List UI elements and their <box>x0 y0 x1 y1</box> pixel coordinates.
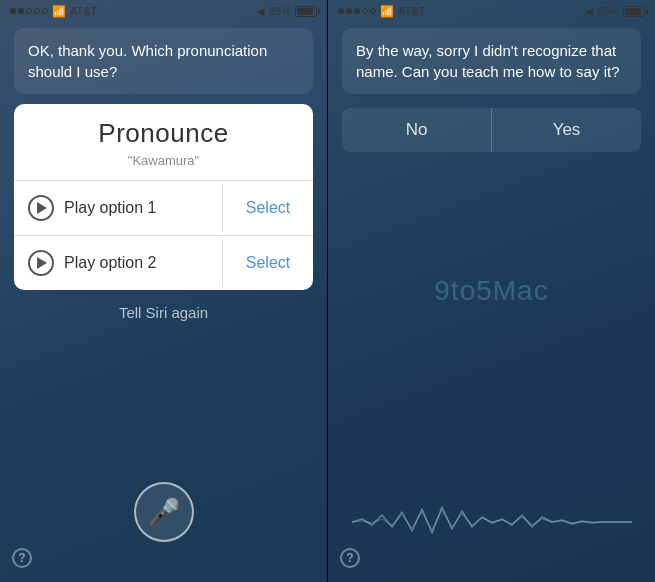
pronounce-option-1: Play option 1 Select <box>14 181 313 236</box>
no-yes-row: No Yes <box>342 108 641 152</box>
waveform-svg <box>352 497 632 547</box>
carrier-info-right: 📶 AT&T <box>338 5 425 18</box>
battery-pct-right: 90% <box>597 5 619 17</box>
play-circle-2 <box>28 250 54 276</box>
wifi-icon-left: 📶 <box>52 5 66 18</box>
help-icon-left[interactable]: ? <box>12 548 32 568</box>
no-button[interactable]: No <box>342 108 492 152</box>
signal-dot-r5 <box>370 8 376 14</box>
signal-dot-r2 <box>346 8 352 14</box>
carrier-info-left: 📶 AT&T <box>10 5 97 18</box>
speech-bubble-left: OK, thank you. Which pronunciation shoul… <box>14 28 313 94</box>
location-icon-left: ◀ <box>257 6 265 17</box>
signal-dot-2 <box>18 8 24 14</box>
select-option-2-button[interactable]: Select <box>223 240 313 286</box>
play-triangle-1 <box>37 202 47 214</box>
watermark-text: 9to5Mac <box>434 275 548 306</box>
help-label-left: ? <box>18 551 25 565</box>
battery-pct-left: 89% <box>269 5 291 17</box>
watermark: 9to5Mac <box>434 275 548 307</box>
tell-siri-again-button[interactable]: Tell Siri again <box>0 290 327 335</box>
status-bar-left: 📶 AT&T ◀ 89% <box>0 0 327 22</box>
help-label-right: ? <box>346 551 353 565</box>
pronounce-option-2: Play option 2 Select <box>14 236 313 290</box>
battery-fill-right <box>625 8 641 15</box>
battery-fill-left <box>297 8 313 15</box>
mic-icon: 🎤 <box>148 497 180 528</box>
battery-info-right: ◀ 90% <box>585 5 645 17</box>
signal-dot-1 <box>10 8 16 14</box>
play-triangle-2 <box>37 257 47 269</box>
carrier-text-left: AT&T <box>70 5 97 17</box>
speech-text-left: OK, thank you. Which pronunciation shoul… <box>28 40 299 82</box>
option-2-label: Play option 2 <box>64 254 157 272</box>
wifi-icon-right: 📶 <box>380 5 394 18</box>
mic-area: 🎤 <box>134 482 194 542</box>
status-bar-right: 📶 AT&T ◀ 90% <box>328 0 655 22</box>
signal-dots-right <box>338 8 376 14</box>
play-circle-1 <box>28 195 54 221</box>
option-1-label: Play option 1 <box>64 199 157 217</box>
signal-dot-r1 <box>338 8 344 14</box>
speech-bubble-right: By the way, sorry I didn't recognize tha… <box>342 28 641 94</box>
signal-dot-r4 <box>362 8 368 14</box>
mic-button[interactable]: 🎤 <box>134 482 194 542</box>
help-icon-right[interactable]: ? <box>340 548 360 568</box>
location-icon-right: ◀ <box>585 6 593 17</box>
pronounce-title: Pronounce <box>14 118 313 149</box>
signal-dot-r3 <box>354 8 360 14</box>
yes-button[interactable]: Yes <box>492 108 641 152</box>
signal-dot-3 <box>26 8 32 14</box>
signal-dot-5 <box>42 8 48 14</box>
speech-text-right: By the way, sorry I didn't recognize tha… <box>356 40 627 82</box>
battery-icon-right <box>623 6 645 17</box>
select-option-1-button[interactable]: Select <box>223 185 313 231</box>
play-option-1-button[interactable]: Play option 1 <box>14 181 222 235</box>
pronounce-subtitle: "Kawamura" <box>14 153 313 168</box>
right-panel: 📶 AT&T ◀ 90% By the way, sorry I didn't … <box>328 0 655 582</box>
play-option-2-button[interactable]: Play option 2 <box>14 236 222 290</box>
battery-info-left: ◀ 89% <box>257 5 317 17</box>
waveform-area <box>328 492 655 552</box>
battery-icon-left <box>295 6 317 17</box>
carrier-text-right: AT&T <box>398 5 425 17</box>
pronounce-options: Play option 1 Select Play option 2 Selec… <box>14 180 313 290</box>
pronounce-card: Pronounce "Kawamura" Play option 1 Selec… <box>14 104 313 290</box>
left-panel: 📶 AT&T ◀ 89% OK, thank you. Which pronun… <box>0 0 327 582</box>
signal-dot-4 <box>34 8 40 14</box>
signal-dots-left <box>10 8 48 14</box>
